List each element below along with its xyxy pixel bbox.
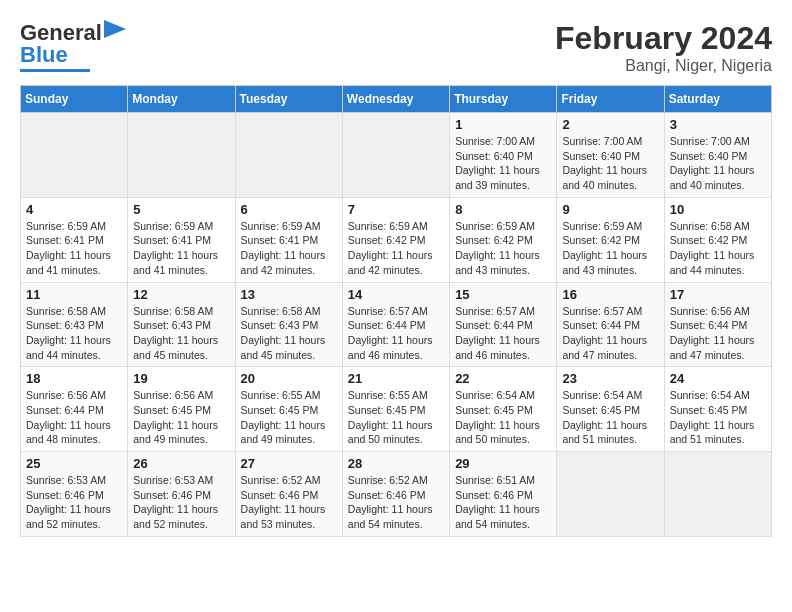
day-detail: Sunrise: 6:58 AMSunset: 6:43 PMDaylight:… bbox=[133, 304, 229, 363]
day-number: 2 bbox=[562, 117, 658, 132]
day-detail: Sunrise: 6:59 AMSunset: 6:42 PMDaylight:… bbox=[348, 219, 444, 278]
day-detail: Sunrise: 7:00 AMSunset: 6:40 PMDaylight:… bbox=[455, 134, 551, 193]
calendar-cell: 15Sunrise: 6:57 AMSunset: 6:44 PMDayligh… bbox=[450, 282, 557, 367]
day-number: 13 bbox=[241, 287, 337, 302]
day-number: 1 bbox=[455, 117, 551, 132]
title-block: February 2024 Bangi, Niger, Nigeria bbox=[555, 20, 772, 75]
day-number: 10 bbox=[670, 202, 766, 217]
calendar-cell: 28Sunrise: 6:52 AMSunset: 6:46 PMDayligh… bbox=[342, 452, 449, 537]
calendar-cell: 9Sunrise: 6:59 AMSunset: 6:42 PMDaylight… bbox=[557, 197, 664, 282]
day-number: 29 bbox=[455, 456, 551, 471]
day-number: 27 bbox=[241, 456, 337, 471]
calendar-cell: 16Sunrise: 6:57 AMSunset: 6:44 PMDayligh… bbox=[557, 282, 664, 367]
day-number: 14 bbox=[348, 287, 444, 302]
weekday-header-row: SundayMondayTuesdayWednesdayThursdayFrid… bbox=[21, 86, 772, 113]
logo-arrow-icon bbox=[104, 20, 126, 38]
calendar-cell: 18Sunrise: 6:56 AMSunset: 6:44 PMDayligh… bbox=[21, 367, 128, 452]
calendar-cell: 20Sunrise: 6:55 AMSunset: 6:45 PMDayligh… bbox=[235, 367, 342, 452]
day-detail: Sunrise: 6:56 AMSunset: 6:45 PMDaylight:… bbox=[133, 388, 229, 447]
day-number: 18 bbox=[26, 371, 122, 386]
calendar-cell: 14Sunrise: 6:57 AMSunset: 6:44 PMDayligh… bbox=[342, 282, 449, 367]
calendar-cell: 1Sunrise: 7:00 AMSunset: 6:40 PMDaylight… bbox=[450, 113, 557, 198]
day-detail: Sunrise: 6:54 AMSunset: 6:45 PMDaylight:… bbox=[455, 388, 551, 447]
calendar-week-row: 4Sunrise: 6:59 AMSunset: 6:41 PMDaylight… bbox=[21, 197, 772, 282]
calendar-cell: 6Sunrise: 6:59 AMSunset: 6:41 PMDaylight… bbox=[235, 197, 342, 282]
weekday-header-monday: Monday bbox=[128, 86, 235, 113]
page-title: February 2024 bbox=[555, 20, 772, 57]
day-number: 19 bbox=[133, 371, 229, 386]
day-detail: Sunrise: 6:59 AMSunset: 6:42 PMDaylight:… bbox=[455, 219, 551, 278]
day-number: 24 bbox=[670, 371, 766, 386]
day-number: 15 bbox=[455, 287, 551, 302]
day-detail: Sunrise: 6:58 AMSunset: 6:42 PMDaylight:… bbox=[670, 219, 766, 278]
day-number: 11 bbox=[26, 287, 122, 302]
logo-blue: Blue bbox=[20, 42, 68, 67]
calendar-cell bbox=[128, 113, 235, 198]
day-detail: Sunrise: 6:55 AMSunset: 6:45 PMDaylight:… bbox=[348, 388, 444, 447]
day-number: 21 bbox=[348, 371, 444, 386]
day-number: 5 bbox=[133, 202, 229, 217]
calendar-cell: 4Sunrise: 6:59 AMSunset: 6:41 PMDaylight… bbox=[21, 197, 128, 282]
day-detail: Sunrise: 6:56 AMSunset: 6:44 PMDaylight:… bbox=[670, 304, 766, 363]
calendar-cell bbox=[342, 113, 449, 198]
calendar-cell: 12Sunrise: 6:58 AMSunset: 6:43 PMDayligh… bbox=[128, 282, 235, 367]
calendar-cell: 17Sunrise: 6:56 AMSunset: 6:44 PMDayligh… bbox=[664, 282, 771, 367]
day-detail: Sunrise: 6:56 AMSunset: 6:44 PMDaylight:… bbox=[26, 388, 122, 447]
calendar-cell: 24Sunrise: 6:54 AMSunset: 6:45 PMDayligh… bbox=[664, 367, 771, 452]
calendar-cell: 26Sunrise: 6:53 AMSunset: 6:46 PMDayligh… bbox=[128, 452, 235, 537]
day-detail: Sunrise: 6:52 AMSunset: 6:46 PMDaylight:… bbox=[348, 473, 444, 532]
logo-underline bbox=[20, 69, 90, 72]
day-number: 28 bbox=[348, 456, 444, 471]
day-detail: Sunrise: 6:59 AMSunset: 6:41 PMDaylight:… bbox=[133, 219, 229, 278]
day-detail: Sunrise: 6:55 AMSunset: 6:45 PMDaylight:… bbox=[241, 388, 337, 447]
calendar-cell: 5Sunrise: 6:59 AMSunset: 6:41 PMDaylight… bbox=[128, 197, 235, 282]
day-detail: Sunrise: 6:59 AMSunset: 6:41 PMDaylight:… bbox=[241, 219, 337, 278]
weekday-header-friday: Friday bbox=[557, 86, 664, 113]
calendar-cell: 10Sunrise: 6:58 AMSunset: 6:42 PMDayligh… bbox=[664, 197, 771, 282]
calendar-cell: 23Sunrise: 6:54 AMSunset: 6:45 PMDayligh… bbox=[557, 367, 664, 452]
day-detail: Sunrise: 6:53 AMSunset: 6:46 PMDaylight:… bbox=[26, 473, 122, 532]
day-detail: Sunrise: 6:54 AMSunset: 6:45 PMDaylight:… bbox=[562, 388, 658, 447]
logo: General Blue bbox=[20, 20, 126, 72]
day-detail: Sunrise: 7:00 AMSunset: 6:40 PMDaylight:… bbox=[562, 134, 658, 193]
day-number: 3 bbox=[670, 117, 766, 132]
weekday-header-tuesday: Tuesday bbox=[235, 86, 342, 113]
page-subtitle: Bangi, Niger, Nigeria bbox=[555, 57, 772, 75]
day-detail: Sunrise: 6:57 AMSunset: 6:44 PMDaylight:… bbox=[348, 304, 444, 363]
day-number: 20 bbox=[241, 371, 337, 386]
weekday-header-saturday: Saturday bbox=[664, 86, 771, 113]
calendar-cell: 13Sunrise: 6:58 AMSunset: 6:43 PMDayligh… bbox=[235, 282, 342, 367]
day-detail: Sunrise: 6:58 AMSunset: 6:43 PMDaylight:… bbox=[26, 304, 122, 363]
calendar-cell: 21Sunrise: 6:55 AMSunset: 6:45 PMDayligh… bbox=[342, 367, 449, 452]
day-number: 9 bbox=[562, 202, 658, 217]
calendar-week-row: 11Sunrise: 6:58 AMSunset: 6:43 PMDayligh… bbox=[21, 282, 772, 367]
calendar-cell: 8Sunrise: 6:59 AMSunset: 6:42 PMDaylight… bbox=[450, 197, 557, 282]
svg-marker-0 bbox=[104, 20, 126, 38]
day-detail: Sunrise: 6:57 AMSunset: 6:44 PMDaylight:… bbox=[455, 304, 551, 363]
calendar-week-row: 18Sunrise: 6:56 AMSunset: 6:44 PMDayligh… bbox=[21, 367, 772, 452]
calendar-week-row: 1Sunrise: 7:00 AMSunset: 6:40 PMDaylight… bbox=[21, 113, 772, 198]
weekday-header-thursday: Thursday bbox=[450, 86, 557, 113]
day-detail: Sunrise: 6:51 AMSunset: 6:46 PMDaylight:… bbox=[455, 473, 551, 532]
calendar-cell bbox=[664, 452, 771, 537]
calendar-table: SundayMondayTuesdayWednesdayThursdayFrid… bbox=[20, 85, 772, 537]
day-number: 23 bbox=[562, 371, 658, 386]
calendar-cell: 27Sunrise: 6:52 AMSunset: 6:46 PMDayligh… bbox=[235, 452, 342, 537]
day-number: 4 bbox=[26, 202, 122, 217]
day-number: 6 bbox=[241, 202, 337, 217]
weekday-header-wednesday: Wednesday bbox=[342, 86, 449, 113]
day-number: 26 bbox=[133, 456, 229, 471]
day-detail: Sunrise: 6:58 AMSunset: 6:43 PMDaylight:… bbox=[241, 304, 337, 363]
calendar-cell: 7Sunrise: 6:59 AMSunset: 6:42 PMDaylight… bbox=[342, 197, 449, 282]
day-number: 16 bbox=[562, 287, 658, 302]
page-header: General Blue February 2024 Bangi, Niger,… bbox=[20, 20, 772, 75]
calendar-cell: 19Sunrise: 6:56 AMSunset: 6:45 PMDayligh… bbox=[128, 367, 235, 452]
day-detail: Sunrise: 6:54 AMSunset: 6:45 PMDaylight:… bbox=[670, 388, 766, 447]
calendar-cell: 29Sunrise: 6:51 AMSunset: 6:46 PMDayligh… bbox=[450, 452, 557, 537]
calendar-cell: 11Sunrise: 6:58 AMSunset: 6:43 PMDayligh… bbox=[21, 282, 128, 367]
calendar-week-row: 25Sunrise: 6:53 AMSunset: 6:46 PMDayligh… bbox=[21, 452, 772, 537]
day-number: 7 bbox=[348, 202, 444, 217]
day-detail: Sunrise: 6:59 AMSunset: 6:42 PMDaylight:… bbox=[562, 219, 658, 278]
calendar-cell: 2Sunrise: 7:00 AMSunset: 6:40 PMDaylight… bbox=[557, 113, 664, 198]
day-detail: Sunrise: 6:59 AMSunset: 6:41 PMDaylight:… bbox=[26, 219, 122, 278]
